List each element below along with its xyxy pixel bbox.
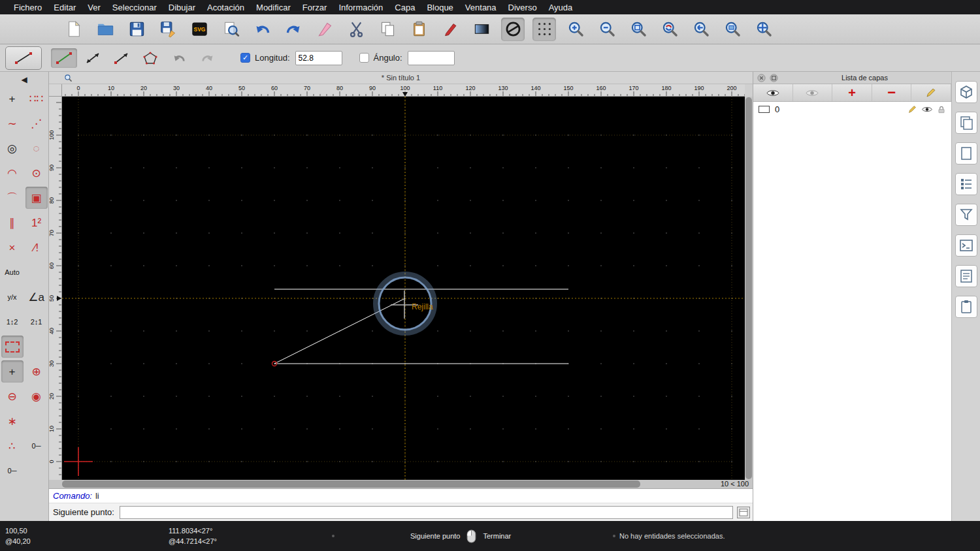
entity-attributes-button[interactable] <box>470 18 493 41</box>
zoom-out-button[interactable] <box>595 18 619 41</box>
line-2-points-button[interactable] <box>51 48 77 68</box>
snap-endpoint-button[interactable]: ⊕ <box>25 360 48 383</box>
draw-circle-center-button[interactable]: ⊙ <box>25 162 48 184</box>
hide-all-layers-button[interactable] <box>793 84 833 101</box>
layer-edit-pencil-icon[interactable] <box>907 104 917 114</box>
grid-toggle[interactable] <box>532 18 556 41</box>
menu-editar[interactable]: Editar <box>48 3 82 12</box>
palette-collapse-button[interactable]: ◀ <box>0 72 48 87</box>
line-ray-button[interactable] <box>108 48 135 68</box>
menu-información[interactable]: Información <box>333 3 389 12</box>
command-input[interactable] <box>120 506 733 519</box>
layer-list-panel-button[interactable] <box>955 112 977 134</box>
menu-ayuda[interactable]: Ayuda <box>543 3 579 12</box>
add-layer-button[interactable]: + <box>832 84 872 101</box>
horizontal-scrollbar[interactable] <box>62 480 709 488</box>
angle-input[interactable] <box>408 51 455 65</box>
modify-trim-button[interactable]: × <box>1 236 24 259</box>
delete-entities-button[interactable] <box>313 18 336 41</box>
zoom-previous-button[interactable] <box>689 18 713 41</box>
command-panel-button[interactable] <box>955 234 977 257</box>
zoom-redraw-button[interactable] <box>658 18 681 41</box>
snap-grid-button[interactable]: + <box>1 360 24 383</box>
svg-export-button[interactable]: SVG <box>188 18 211 41</box>
coord-polar-button[interactable]: ∠a <box>25 286 48 308</box>
angle-checkbox[interactable] <box>359 53 369 63</box>
save-button[interactable] <box>125 18 148 41</box>
draw-hatch-button[interactable]: ∥ <box>1 212 24 234</box>
library-browser-panel-button[interactable] <box>955 173 977 195</box>
snap-center-button[interactable]: ◉ <box>25 385 48 407</box>
length-checkbox[interactable]: ✓ <box>240 53 250 63</box>
menu-diverso[interactable]: Diverso <box>502 3 543 12</box>
draw-polyline-points-button[interactable]: ⋰ <box>25 112 48 134</box>
drawing-canvas[interactable]: Rejilla <box>62 97 745 480</box>
modify-divide-button[interactable]: ∕! <box>25 236 48 259</box>
draw-circle-2p-button[interactable]: ◎ <box>1 137 24 159</box>
menu-capa[interactable]: Capa <box>389 3 421 12</box>
zoom-auto-button[interactable] <box>627 18 650 41</box>
filter-panel-button[interactable] <box>955 204 977 226</box>
print-preview-button[interactable] <box>219 18 242 41</box>
menu-ventana[interactable]: Ventana <box>459 3 502 12</box>
menu-bloque[interactable]: Bloque <box>421 3 459 12</box>
snap-distance-button[interactable]: ∴ <box>1 435 24 457</box>
undo-segment-button[interactable] <box>166 48 192 68</box>
show-all-layers-button[interactable] <box>753 84 793 101</box>
paste-button[interactable] <box>407 18 431 41</box>
priority-1-2-button[interactable]: 1↕2 <box>1 311 24 333</box>
notes-panel-button[interactable] <box>955 265 977 287</box>
redo-segment-button[interactable] <box>195 48 221 68</box>
menu-fichero[interactable]: Fichero <box>8 3 48 12</box>
draw-circle-dashed-button[interactable]: ◌ <box>25 137 48 159</box>
document-panel-button[interactable] <box>955 142 977 165</box>
vertical-scrollbar[interactable] <box>745 97 753 480</box>
edit-layer-button[interactable] <box>911 84 951 101</box>
layer-lock-icon[interactable] <box>937 105 946 114</box>
draw-point-grid-button[interactable]: ∷∷ <box>25 87 48 110</box>
selection-window-button[interactable] <box>1 336 24 358</box>
close-panel-button[interactable] <box>757 74 766 82</box>
vertical-scroll-thumb[interactable] <box>745 97 752 479</box>
restrict-horizontal-button[interactable]: 0─ <box>25 435 48 457</box>
menu-dibujar[interactable]: Dibujar <box>163 3 201 12</box>
save-as-button[interactable] <box>156 18 180 41</box>
layer-row[interactable]: 0 <box>753 102 951 117</box>
draw-spline-button[interactable]: ∼ <box>1 112 24 134</box>
zoom-window-button[interactable] <box>721 18 744 41</box>
length-input[interactable] <box>295 51 342 65</box>
restrict-vertical-button[interactable]: 0─ <box>1 460 24 482</box>
new-file-button[interactable] <box>62 18 86 41</box>
layer-visibility-eye-icon[interactable] <box>921 105 933 114</box>
undo-button[interactable] <box>250 18 274 41</box>
cut-button[interactable] <box>344 18 368 41</box>
menu-acotación[interactable]: Acotación <box>201 3 250 12</box>
draw-point-button[interactable]: + <box>1 87 24 110</box>
priority-2-1-button[interactable]: 2↕1 <box>25 311 48 333</box>
coord-cartesian-button[interactable]: y/x <box>1 286 24 308</box>
current-tool-indicator[interactable] <box>5 46 42 70</box>
pen-attributes-button[interactable] <box>438 18 462 41</box>
draft-mode-toggle[interactable] <box>501 18 525 41</box>
draw-arc-tangent-button[interactable]: ⌒ <box>1 187 24 209</box>
draw-rect-points-button[interactable]: ▣ <box>25 187 48 209</box>
layer-flag-checkbox[interactable] <box>759 106 770 113</box>
snap-on-entity-button[interactable]: ⊖ <box>1 385 24 407</box>
menu-ver[interactable]: Ver <box>82 3 106 12</box>
horizontal-scroll-thumb[interactable] <box>62 480 640 488</box>
snap-intersection-button[interactable]: ∗ <box>1 410 24 432</box>
zoom-in-button[interactable] <box>564 18 587 41</box>
snap-auto-button[interactable]: Auto <box>1 261 24 283</box>
menu-modificar[interactable]: Modificar <box>250 3 297 12</box>
open-file-button[interactable] <box>93 18 117 41</box>
draw-spline-points-button[interactable]: 1² <box>25 212 48 234</box>
zoom-pan-button[interactable] <box>752 18 776 41</box>
draw-arc-3p-button[interactable]: ◠ <box>1 162 24 184</box>
redo-button[interactable] <box>282 18 305 41</box>
remove-layer-button[interactable]: − <box>872 84 912 101</box>
copy-button[interactable] <box>376 18 399 41</box>
block-list-panel-button[interactable] <box>955 81 977 103</box>
command-dock-toggle-button[interactable] <box>737 507 750 518</box>
float-panel-button[interactable] <box>770 74 778 82</box>
clipboard-panel-button[interactable] <box>955 296 977 318</box>
